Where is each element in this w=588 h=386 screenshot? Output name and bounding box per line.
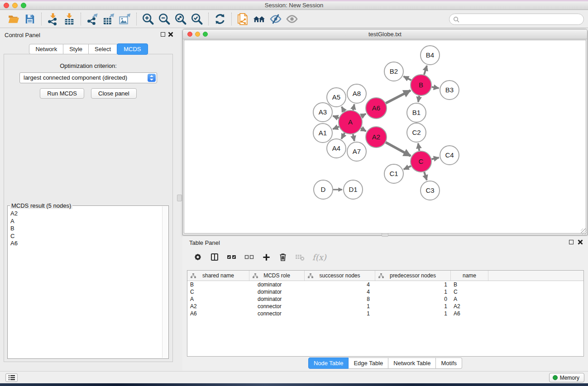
- close-panel-button[interactable]: Close panel: [91, 88, 137, 99]
- minimize-window-button[interactable]: [12, 3, 18, 8]
- deselect-all-checks-icon[interactable]: [244, 254, 254, 260]
- graph-edge-A-A7[interactable]: [353, 134, 354, 141]
- control-panel: Control Panel Network Style Select MCDS …: [0, 28, 177, 371]
- import-network-icon[interactable]: [45, 11, 61, 27]
- tab-node-table[interactable]: Node Table: [308, 357, 349, 369]
- network-canvas[interactable]: AA6A2BCA5A8A3A1A4A7B4B2B3B1C2C4C1C3DD1: [184, 40, 586, 234]
- window-resize-grip-icon[interactable]: [581, 229, 587, 234]
- graph-edge-C-C3[interactable]: [424, 172, 427, 180]
- table-cell: C: [187, 289, 249, 295]
- mcds-result-item[interactable]: A6: [8, 240, 162, 248]
- graph-edge-A-A6[interactable]: [361, 114, 366, 116]
- search-input[interactable]: [462, 16, 580, 23]
- table-cell: 4: [305, 281, 375, 288]
- criterion-dropdown[interactable]: largest connected component (directed): [19, 72, 157, 83]
- float-panel-icon[interactable]: [161, 32, 165, 37]
- graph-edge-B-B3[interactable]: [432, 87, 439, 88]
- tab-network[interactable]: Network: [29, 44, 63, 54]
- zoom-fit-icon[interactable]: [172, 11, 189, 27]
- delete-table-icon[interactable]: [295, 253, 305, 261]
- tab-mcds[interactable]: MCDS: [117, 43, 148, 55]
- export-network-icon[interactable]: [84, 11, 100, 27]
- show-columns-icon[interactable]: [210, 253, 219, 262]
- zoom-window-button[interactable]: [21, 3, 26, 8]
- show-all-icon[interactable]: [284, 11, 300, 27]
- graph-edge-B-B4[interactable]: [424, 66, 427, 75]
- graph-node-label-C1: C1: [389, 170, 398, 177]
- function-builder-icon[interactable]: f(x): [312, 253, 326, 262]
- dropdown-stepper-icon: [148, 74, 156, 82]
- table-cell: dominator: [249, 281, 305, 288]
- tab-select[interactable]: Select: [89, 44, 117, 54]
- graph-edge-A-A8[interactable]: [353, 104, 354, 110]
- network-file-icon[interactable]: [235, 11, 251, 27]
- column-header-mcds-role[interactable]: MCDS role: [249, 271, 305, 281]
- float-table-panel-icon[interactable]: [569, 240, 574, 244]
- graph-node-label-B3: B3: [445, 86, 454, 94]
- zoom-network-window-button[interactable]: [203, 32, 208, 37]
- status-bar: Memory: [0, 371, 588, 383]
- table-row[interactable]: A2connector11A2: [187, 303, 583, 310]
- mcds-result-item[interactable]: B: [8, 225, 162, 233]
- run-mcds-button[interactable]: Run MCDS: [40, 88, 84, 99]
- tab-motifs[interactable]: Motifs: [436, 357, 462, 369]
- graph-edge-A-A2[interactable]: [361, 129, 366, 131]
- graph-edge-C-C4[interactable]: [431, 157, 439, 159]
- graph-edge-A-A3[interactable]: [333, 116, 339, 118]
- add-row-icon[interactable]: [262, 253, 271, 262]
- task-history-button[interactable]: [5, 373, 18, 382]
- graph-edge-B-B1[interactable]: [418, 96, 419, 102]
- save-session-icon[interactable]: [22, 11, 38, 27]
- apply-layout-icon[interactable]: [212, 11, 228, 27]
- mcds-result-item[interactable]: C: [8, 233, 162, 240]
- minimize-network-window-button[interactable]: [195, 32, 200, 37]
- close-panel-icon[interactable]: [168, 32, 173, 37]
- graph-node-label-A6: A6: [372, 104, 380, 112]
- close-window-button[interactable]: [4, 3, 9, 8]
- graph-node-label-D: D: [321, 186, 326, 193]
- tab-edge-table[interactable]: Edge Table: [349, 357, 388, 369]
- open-session-icon[interactable]: [5, 11, 22, 27]
- zoom-selected-icon[interactable]: [189, 11, 205, 27]
- graph-edge-A6-B[interactable]: [386, 91, 411, 103]
- tab-network-table[interactable]: Network Table: [388, 357, 436, 369]
- memory-button[interactable]: Memory: [549, 373, 584, 382]
- export-image-icon[interactable]: [117, 11, 133, 27]
- hide-selected-icon[interactable]: [268, 11, 284, 27]
- graph-node-label-C2: C2: [412, 129, 421, 136]
- table-cell: A: [187, 296, 249, 302]
- graph-edge-A2-C[interactable]: [386, 142, 411, 156]
- import-table-icon[interactable]: [61, 11, 77, 27]
- horizontal-splitter-handle[interactable]: [382, 233, 388, 237]
- graph-edge-A-A5[interactable]: [342, 107, 344, 112]
- column-header-shared-name[interactable]: shared name: [187, 271, 249, 281]
- table-row[interactable]: Cdominator41C: [187, 288, 583, 295]
- column-header-successor-nodes[interactable]: successor nodes: [305, 271, 375, 281]
- select-all-checks-icon[interactable]: [227, 254, 237, 260]
- close-network-window-button[interactable]: [187, 32, 192, 37]
- result-list-scrollbar[interactable]: [162, 206, 168, 358]
- column-header-predecessor-nodes[interactable]: predecessor nodes: [375, 271, 451, 281]
- graph-edge-C-C1[interactable]: [404, 166, 411, 169]
- close-table-panel-icon[interactable]: [578, 239, 583, 245]
- settings-gear-icon[interactable]: [193, 253, 202, 262]
- zoom-out-icon[interactable]: [156, 11, 172, 27]
- mcds-result-item[interactable]: A: [8, 218, 162, 225]
- mcds-result-item[interactable]: A2: [8, 210, 162, 218]
- graph-edge-A-A4[interactable]: [341, 133, 344, 139]
- delete-row-icon[interactable]: [278, 253, 287, 262]
- zoom-in-icon[interactable]: [140, 11, 156, 27]
- graph-edge-A-A1[interactable]: [333, 127, 339, 129]
- table-row[interactable]: Adominator80A: [187, 295, 583, 303]
- column-header-name[interactable]: name: [451, 271, 488, 281]
- tab-style[interactable]: Style: [63, 44, 89, 54]
- toolbar-search-field[interactable]: [449, 14, 584, 25]
- graph-edge-C-C2[interactable]: [418, 143, 420, 151]
- vertical-splitter-handle[interactable]: [177, 195, 182, 201]
- table-row[interactable]: A6connector11A6: [187, 310, 583, 317]
- cyndex-browse-icon[interactable]: [251, 11, 268, 27]
- table-row[interactable]: Bdominator41B: [187, 281, 583, 288]
- graph-edge-B-B2[interactable]: [403, 76, 411, 81]
- export-table-icon[interactable]: [100, 11, 117, 27]
- toolbar-separator: [231, 13, 232, 25]
